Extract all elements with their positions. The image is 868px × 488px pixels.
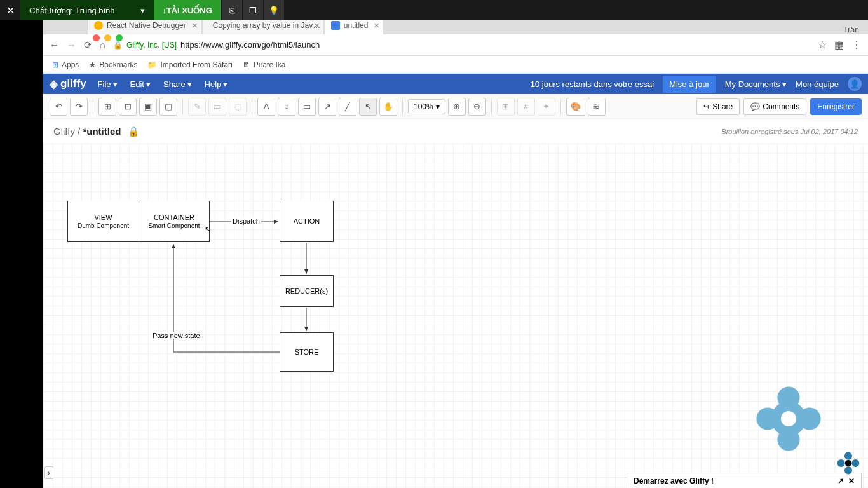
svg-point-10 <box>851 459 859 467</box>
grid-icon: ⊞ <box>52 60 58 69</box>
menu-edit[interactable]: Edit ▾ <box>130 79 151 89</box>
line-tool[interactable]: ╱ <box>339 98 356 116</box>
quality-selector[interactable]: Chất lượng: Trung bình ▾ <box>20 0 154 20</box>
grid-toggle[interactable]: ⊞ <box>497 98 515 116</box>
imported-folder[interactable]: 📁Imported From Safari <box>147 60 232 69</box>
shape-view[interactable]: VIEW Dumb Component <box>67 201 139 242</box>
reload-button[interactable]: ⟳ <box>84 39 92 51</box>
menu-share[interactable]: Share ▾ <box>163 79 192 89</box>
eraser-button[interactable]: ◌ <box>229 98 247 116</box>
shape-container[interactable]: CONTAINER Smart Component <box>139 201 210 242</box>
image-button[interactable]: ▭ <box>208 98 226 116</box>
page-icon: 🗎 <box>243 60 250 69</box>
layers-button[interactable]: ≋ <box>588 98 606 116</box>
doc-name[interactable]: *untitled <box>83 126 121 137</box>
label-pass-state[interactable]: Pass new state <box>151 332 201 339</box>
comments-button[interactable]: 💬Comments <box>743 98 806 115</box>
chevron-down-icon: ▾ <box>436 102 440 111</box>
shape-store[interactable]: STORE <box>280 332 334 372</box>
l: Help <box>205 79 222 89</box>
security-org: Gliffy, Inc. [US] <box>126 41 177 50</box>
group-button[interactable]: ⊞ <box>98 98 116 116</box>
zoom-level[interactable]: 100%▾ <box>408 99 445 114</box>
my-documents-link[interactable]: My Documents ▾ <box>725 79 787 89</box>
back-button[interactable]: ← <box>50 39 59 50</box>
forward-button[interactable]: → <box>67 39 76 50</box>
text: ACTION <box>294 217 320 226</box>
my-team-link[interactable]: Mon équipe <box>796 79 839 89</box>
ellipse-tool[interactable]: ○ <box>278 98 295 116</box>
overlay-tool-3[interactable]: 💡 <box>264 0 284 20</box>
l: Comments <box>763 102 799 111</box>
help-launcher-icon[interactable] <box>836 451 860 478</box>
gliffy-logo[interactable]: ◈ gliffy <box>50 78 86 91</box>
close-button[interactable]: ✕ <box>0 4 20 17</box>
overlay-tool-1[interactable]: ⎘ <box>222 0 242 20</box>
user-avatar-icon[interactable]: 👤 <box>848 77 862 91</box>
doc-title-bar: Gliffy / *untitled 🔒 Brouillon enregistr… <box>43 119 868 144</box>
themes-button[interactable]: 🎨 <box>566 98 585 116</box>
svg-point-13 <box>845 460 852 467</box>
apps-label: Apps <box>62 60 79 69</box>
pointer-tool[interactable]: ↖ <box>359 98 377 116</box>
minimize-window-icon[interactable] <box>104 34 111 41</box>
undo-button[interactable]: ↶ <box>50 98 67 116</box>
close-tab-icon[interactable]: ✕ <box>192 22 198 30</box>
close-tab-icon[interactable]: ✕ <box>374 22 379 30</box>
shape-reducer[interactable]: REDUCER(s) <box>280 275 334 307</box>
redo-button[interactable]: ↷ <box>70 98 88 116</box>
extension-icon[interactable]: ▦ <box>834 39 844 51</box>
video-overlay-bar: ✕ Chất lượng: Trung bình ▾ ↓ TẢI XUỐNG ⎘… <box>0 0 868 20</box>
send-back-button[interactable]: ▢ <box>159 98 177 116</box>
l: Edit <box>130 79 144 89</box>
ungroup-button[interactable]: ⊡ <box>119 98 137 116</box>
bookmark-pirate[interactable]: 🗎Pirate Ika <box>243 60 286 69</box>
shape-action[interactable]: ACTION <box>280 201 334 242</box>
close-tab-icon[interactable]: ✕ <box>314 22 320 30</box>
menu-icon[interactable]: ⋮ <box>851 39 862 51</box>
save-button[interactable]: Enregistrer <box>810 98 862 115</box>
overlay-tool-2[interactable]: ❐ <box>243 0 263 20</box>
share-icon: ↪ <box>703 102 710 111</box>
getting-started-bar[interactable]: Démarrez avec Gliffy ! ↗ ✕ <box>627 473 862 488</box>
sidebar-expand[interactable]: › <box>44 466 53 479</box>
quality-label: Chất lượng: Trung bình <box>29 6 115 15</box>
canvas[interactable]: VIEW Dumb Component CONTAINER Smart Comp… <box>43 144 868 488</box>
lock-icon: 🔒 <box>128 126 140 137</box>
brush-button[interactable]: ✎ <box>188 98 206 116</box>
pan-tool[interactable]: ✋ <box>379 98 397 116</box>
apps-button[interactable]: ⊞Apps <box>52 60 79 69</box>
text: VIEW <box>94 213 112 222</box>
update-button[interactable]: Mise à jour <box>663 76 716 93</box>
maximize-window-icon[interactable] <box>116 34 123 41</box>
svg-point-11 <box>844 466 852 474</box>
imported-label: Imported From Safari <box>160 60 232 69</box>
pirate-label: Pirate Ika <box>254 60 286 69</box>
rect-tool[interactable]: ▭ <box>298 98 316 116</box>
svg-point-9 <box>844 452 852 460</box>
profile-name[interactable]: Trần <box>834 25 868 34</box>
zoom-in-button[interactable]: ⊕ <box>448 98 466 116</box>
bring-front-button[interactable]: ▣ <box>139 98 157 116</box>
label-dispatch[interactable]: Dispatch <box>231 217 261 225</box>
close-window-icon[interactable] <box>93 34 100 41</box>
text-tool[interactable]: A <box>257 98 275 116</box>
connectors <box>43 144 868 488</box>
l: Share <box>712 102 733 111</box>
share-button[interactable]: ↪Share <box>696 98 740 115</box>
guides-toggle[interactable]: ✦ <box>538 98 555 116</box>
text: REDUCER(s) <box>285 287 328 295</box>
traffic-lights <box>93 34 123 41</box>
breadcrumb: Gliffy / *untitled 🔒 <box>53 126 140 137</box>
comment-icon: 💬 <box>750 102 760 111</box>
url-field[interactable]: 🔒 Gliffy, Inc. [US] https://www.gliffy.c… <box>113 40 810 50</box>
help-title: Démarrez avec Gliffy ! <box>634 477 714 485</box>
snap-toggle[interactable]: # <box>517 98 535 116</box>
zoom-out-button[interactable]: ⊖ <box>468 98 486 116</box>
bookmarks-folder[interactable]: ★Bookmarks <box>89 60 137 69</box>
menu-file[interactable]: File ▾ <box>98 79 118 89</box>
download-button[interactable]: ↓ TẢI XUỐNG <box>154 0 221 20</box>
star-icon[interactable]: ☆ <box>818 39 827 51</box>
connector-tool[interactable]: ↗ <box>318 98 336 116</box>
menu-help[interactable]: Help ▾ <box>205 79 228 89</box>
